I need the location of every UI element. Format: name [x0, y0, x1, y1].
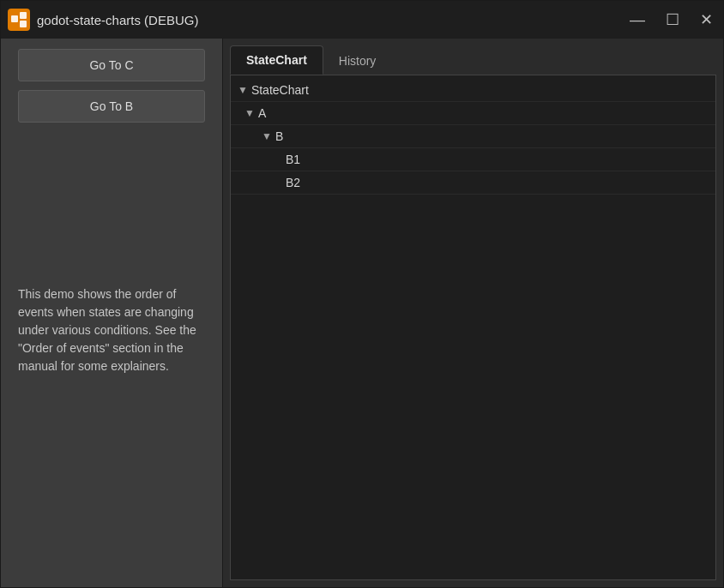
title-bar-controls: — ☐ ✕: [626, 10, 716, 29]
left-panel: Go To C Go To B This demo shows the orde…: [1, 39, 222, 587]
title-bar-left: godot-state-charts (DEBUG): [8, 9, 198, 31]
svg-rect-1: [11, 15, 18, 22]
minimize-button[interactable]: —: [626, 10, 649, 29]
close-button[interactable]: ✕: [697, 10, 716, 29]
svg-rect-0: [8, 9, 30, 31]
title-bar: godot-state-charts (DEBUG) — ☐ ✕: [1, 1, 723, 39]
right-panel: StateChart History ▼ StateChart ▼ A ▼: [222, 39, 723, 587]
tree-row-b[interactable]: ▼ B: [231, 125, 715, 148]
tree-row-b1[interactable]: B1: [231, 148, 715, 171]
tree-label-b: B: [275, 129, 283, 143]
app-icon: [8, 9, 30, 31]
tabs-container: StateChart History: [230, 45, 716, 75]
description-text: This demo shows the order of events when…: [18, 285, 205, 375]
go-to-b-button[interactable]: Go To B: [18, 90, 205, 123]
chevron-a: ▼: [244, 107, 255, 119]
tree-row-statechart[interactable]: ▼ StateChart: [231, 79, 715, 102]
tab-history[interactable]: History: [323, 47, 392, 75]
chevron-statechart: ▼: [238, 84, 248, 96]
tab-statechart[interactable]: StateChart: [230, 45, 323, 75]
tree-label-a: A: [258, 106, 266, 120]
tab-content-statechart[interactable]: ▼ StateChart ▼ A ▼ B B1 B2: [230, 75, 716, 580]
main-content: Go To C Go To B This demo shows the orde…: [1, 39, 723, 587]
tree-label-statechart: StateChart: [251, 83, 309, 97]
tree-row-a[interactable]: ▼ A: [231, 102, 715, 125]
tree-label-b1: B1: [286, 153, 300, 166]
tree-label-b2: B2: [286, 176, 300, 189]
maximize-button[interactable]: ☐: [662, 10, 683, 29]
svg-rect-3: [20, 21, 27, 27]
chevron-b: ▼: [262, 130, 272, 142]
app-window: godot-state-charts (DEBUG) — ☐ ✕ Go To C…: [0, 0, 724, 588]
go-to-c-button[interactable]: Go To C: [18, 49, 205, 81]
svg-rect-2: [20, 12, 27, 19]
tree-row-b2[interactable]: B2: [231, 171, 715, 195]
window-title: godot-state-charts (DEBUG): [37, 13, 198, 27]
